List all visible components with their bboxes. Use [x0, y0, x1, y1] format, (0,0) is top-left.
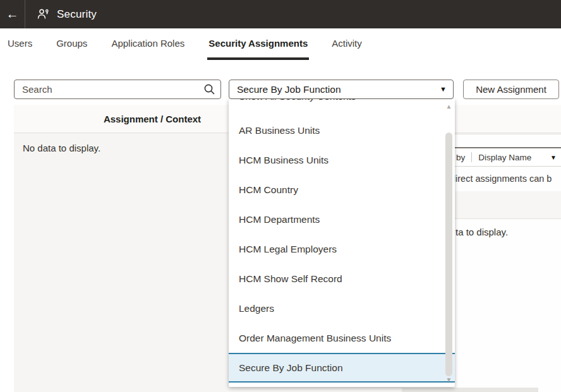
- sort-value-dropdown[interactable]: Display Name: [478, 153, 531, 162]
- tab-groups[interactable]: Groups: [55, 28, 88, 60]
- page-title: Security: [57, 8, 97, 21]
- security-users-icon: [37, 8, 50, 21]
- top-app-bar: ← Security: [0, 0, 561, 28]
- tab-activity[interactable]: Activity: [330, 28, 363, 60]
- sort-by-label-fragment: by: [456, 153, 465, 162]
- search-icon[interactable]: [203, 83, 215, 98]
- dropdown-item[interactable]: HCM Legal Employers: [229, 234, 455, 264]
- chevron-down-icon: ▼: [440, 86, 447, 93]
- new-assignment-button[interactable]: New Assignment: [463, 80, 559, 99]
- details-empty-text-fragment: ta to display.: [455, 227, 508, 237]
- tab-users[interactable]: Users: [6, 28, 33, 60]
- dropdown-item[interactable]: Order Management Business Units: [229, 323, 455, 353]
- chevron-down-icon[interactable]: ▼: [550, 154, 557, 161]
- tab-bar: Users Groups Application Roles Security …: [0, 28, 561, 60]
- tab-application-roles[interactable]: Application Roles: [110, 28, 186, 60]
- dropdown-item[interactable]: Ledgers: [229, 294, 455, 323]
- scrollbar-thumb[interactable]: [445, 133, 452, 376]
- scroll-down-icon[interactable]: ▼: [445, 376, 453, 384]
- horizontal-scrollbar[interactable]: [402, 388, 538, 392]
- dropdown-scrollbar[interactable]: ▲ ▼: [445, 102, 453, 384]
- back-button[interactable]: ←: [0, 0, 25, 28]
- dropdown-item[interactable]: HCM Country: [229, 175, 455, 205]
- dropdown-item-selected[interactable]: Secure By Job Function: [229, 353, 455, 383]
- search-input[interactable]: [14, 80, 221, 99]
- security-context-select-value: Secure By Job Function: [237, 84, 440, 95]
- tab-security-assignments[interactable]: Security Assignments: [207, 28, 309, 60]
- security-context-select[interactable]: Secure By Job Function ▼: [229, 80, 454, 99]
- search-box: [14, 80, 221, 99]
- dropdown-item[interactable]: AR Business Units: [229, 116, 455, 145]
- dropdown-item-clipped[interactable]: Show All Security Contexts: [229, 99, 455, 116]
- dropdown-item[interactable]: HCM Departments: [229, 205, 455, 234]
- sort-divider: [471, 152, 472, 162]
- security-context-dropdown-list: Show All Security Contexts AR Business U…: [229, 99, 455, 387]
- dropdown-item[interactable]: HCM Show Self Record: [229, 264, 455, 294]
- scroll-up-icon[interactable]: ▲: [445, 103, 453, 110]
- dropdown-item[interactable]: HCM Business Units: [229, 145, 455, 175]
- info-text-fragment: direct assignments can b: [450, 174, 552, 184]
- table-empty-text: No data to display.: [23, 143, 100, 153]
